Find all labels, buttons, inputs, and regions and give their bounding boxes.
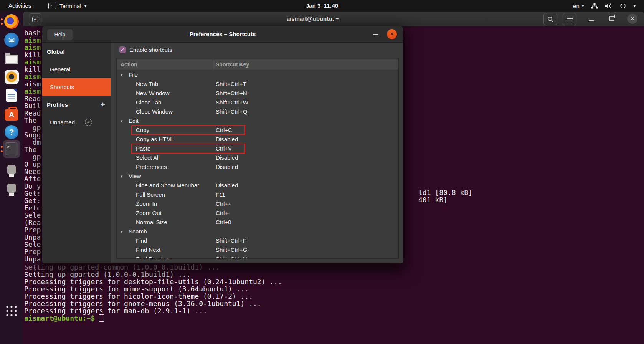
dock-item-files[interactable]: [3, 50, 20, 67]
action-label: Zoom Out: [136, 208, 162, 218]
add-profile-button[interactable]: +: [101, 100, 105, 109]
dock-item-help[interactable]: ?: [3, 124, 20, 141]
shortcut-row-find[interactable]: FindShift+Ctrl+F: [117, 236, 398, 245]
language-indicator[interactable]: en ▾: [573, 3, 584, 9]
activities-button[interactable]: Activities: [5, 0, 34, 12]
enable-shortcuts-checkbox-row[interactable]: ✓ Enable shortcuts: [119, 46, 172, 53]
dialog-sidebar: Global General Shortcuts Profiles + Unna…: [42, 43, 111, 263]
close-button[interactable]: ×: [627, 14, 637, 24]
shortcut-row-zoom-in[interactable]: Zoom InCtrl++: [117, 199, 398, 208]
shortcut-group-file[interactable]: ▾File: [117, 70, 398, 79]
shell-prompt: aismart@ubuntu:~$: [24, 314, 95, 322]
sidebar-item-unnamed[interactable]: Unnamed ✓: [42, 113, 111, 131]
shortcuts-table-body: ▾FileNew TabShift+Ctrl+TNew WindowShift+…: [117, 70, 398, 259]
search-icon: [547, 16, 554, 23]
column-header-action[interactable]: Action: [121, 59, 137, 70]
menu-button[interactable]: [563, 13, 576, 25]
terminal-output-line: Unpa: [24, 255, 41, 263]
shortcut-row-zoom-out[interactable]: Zoom OutCtrl+-: [117, 208, 398, 218]
group-label: Search: [129, 227, 147, 236]
terminal-output-line: bash: [24, 29, 41, 36]
shortcut-key-label: Shift+Ctrl+G: [216, 245, 248, 255]
terminal-output-line: (Rea: [24, 219, 41, 226]
window-title: aismart@ubuntu: ~: [267, 12, 359, 26]
terminal-output-fragment: ld1 [80.8 kB]: [418, 189, 472, 196]
terminal-cursor: [99, 314, 104, 322]
top-bar: Activities >_ Terminal ▾ Jan 3 11:40 en …: [0, 0, 644, 12]
chevron-down-icon[interactable]: ▾: [121, 70, 123, 79]
shortcut-row-hide-and-show-menubar[interactable]: Hide and Show MenubarDisabled: [117, 181, 398, 190]
minimize-button[interactable]: [589, 20, 594, 21]
terminal-scrollback-left: bashaismaismkillaismkillaismaismaismRead…: [24, 29, 41, 263]
shortcut-key-label: Shift+Ctrl+Q: [216, 107, 248, 116]
sidebar-item-shortcuts[interactable]: Shortcuts: [42, 78, 111, 96]
sidebar-item-general[interactable]: General: [42, 60, 111, 78]
checkbox-checked-icon[interactable]: ✓: [119, 46, 126, 53]
shortcut-group-view[interactable]: ▾View: [117, 172, 398, 181]
chevron-down-icon: ▾: [84, 3, 87, 8]
terminal-output-line: gp: [24, 153, 41, 160]
search-button[interactable]: [543, 13, 557, 25]
shortcut-group-edit[interactable]: ▾Edit: [117, 116, 398, 126]
files-icon: [5, 55, 18, 64]
shortcut-row-paste[interactable]: PasteCtrl+V: [117, 144, 398, 153]
shortcut-key-label: Shift+Ctrl+W: [216, 98, 248, 107]
terminal-output-line: The: [24, 117, 41, 124]
shortcut-row-close-tab[interactable]: Close TabShift+Ctrl+W: [117, 98, 398, 107]
chevron-down-icon[interactable]: ▾: [121, 172, 123, 181]
dock-item-thunderbird[interactable]: [3, 31, 20, 48]
dock-item-ubuntu-software[interactable]: A: [3, 105, 20, 122]
shortcut-key-label: Shift+Ctrl+T: [216, 79, 246, 89]
action-label: Select All: [136, 153, 160, 162]
action-label: New Window: [136, 89, 170, 98]
dock-item-usb-drive-2[interactable]: [3, 181, 20, 198]
dialog-minimize-button[interactable]: [373, 34, 378, 35]
column-header-shortcut-key[interactable]: Shortcut Key: [216, 59, 249, 70]
dock-item-usb-drive[interactable]: [3, 163, 20, 180]
app-menu-label: Terminal: [59, 3, 81, 9]
action-label: Copy as HTML: [136, 135, 174, 144]
dock-item-show-applications[interactable]: [3, 303, 20, 319]
chevron-down-icon: ▾: [582, 3, 584, 8]
network-icon[interactable]: [591, 3, 598, 9]
new-tab-button[interactable]: +: [29, 13, 41, 25]
shortcut-group-search[interactable]: ▾Search: [117, 227, 398, 236]
volume-icon[interactable]: [605, 3, 613, 9]
dock-item-terminal[interactable]: >_: [3, 140, 20, 158]
clock[interactable]: Jan 3 11:40: [0, 0, 644, 12]
terminal-output-line: Processing triggers for hicolor-icon-the…: [24, 293, 282, 300]
shortcut-row-new-window[interactable]: New WindowShift+Ctrl+N: [117, 89, 398, 98]
shortcut-row-close-window[interactable]: Close WindowShift+Ctrl+Q: [117, 107, 398, 116]
libreoffice-writer-icon: [6, 89, 17, 102]
shortcut-row-preferences[interactable]: PreferencesDisabled: [117, 162, 398, 172]
terminal-icon: >_: [5, 142, 18, 155]
thunderbird-icon: [4, 33, 19, 47]
dock-item-rhythmbox[interactable]: [3, 68, 20, 85]
dialog-close-button[interactable]: ×: [387, 29, 397, 39]
terminal-output-line: Processing triggers for gnome-menus (3.3…: [24, 300, 282, 307]
chevron-down-icon[interactable]: ▾: [633, 3, 636, 8]
shortcut-row-new-tab[interactable]: New TabShift+Ctrl+T: [117, 79, 398, 89]
shortcut-row-copy-as-html[interactable]: Copy as HTMLDisabled: [117, 135, 398, 144]
action-label: New Tab: [136, 79, 158, 89]
shortcut-row-find-next[interactable]: Find NextShift+Ctrl+G: [117, 245, 398, 255]
shortcut-row-select-all[interactable]: Select AllDisabled: [117, 153, 398, 162]
power-icon[interactable]: [620, 3, 626, 9]
terminal-output-line: Need: [24, 168, 41, 175]
terminal-prompt-line[interactable]: aismart@ubuntu:~$: [24, 314, 282, 322]
shortcut-key-label: Shift+Ctrl+N: [216, 89, 247, 98]
action-label: Find: [136, 236, 147, 245]
app-menu-terminal[interactable]: >_ Terminal ▾: [48, 0, 86, 12]
chevron-down-icon[interactable]: ▾: [121, 227, 123, 236]
shortcut-row-copy[interactable]: CopyCtrl+C: [117, 126, 398, 135]
restore-button[interactable]: [609, 16, 614, 21]
system-indicators[interactable]: en ▾ ▾: [573, 0, 636, 12]
help-icon: ?: [5, 125, 18, 139]
shortcut-row-full-screen[interactable]: Full ScreenF11: [117, 190, 398, 199]
dock-item-firefox[interactable]: [3, 13, 20, 30]
chevron-down-icon[interactable]: ▾: [121, 116, 123, 126]
shortcut-row-find-previous[interactable]: Find PreviousShift+Ctrl+H: [117, 255, 398, 259]
dock-item-libreoffice-writer[interactable]: [3, 87, 20, 104]
dock: A?>_: [0, 12, 23, 344]
shortcut-row-normal-size[interactable]: Normal SizeCtrl+0: [117, 218, 398, 227]
